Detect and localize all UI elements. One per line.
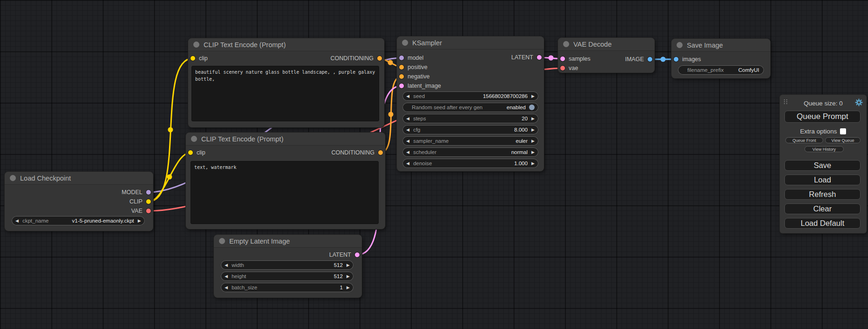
port-dot-vae[interactable] [146,209,151,213]
port-dot-clip[interactable] [191,56,195,61]
increment-arrow-icon[interactable]: ▶ [531,91,535,101]
collapse-dot-icon[interactable] [677,42,683,48]
comfyui-canvas[interactable]: { "colors": { "MODEL": "#B39DDB", "CLIP"… [0,0,868,329]
collapse-dot-icon[interactable] [191,136,197,142]
queue-front-button[interactable]: Queue Front [785,137,823,143]
negative-prompt-textarea[interactable]: text, watermark [191,161,379,224]
input-port-clip[interactable]: clip [191,55,208,62]
collapse-dot-icon[interactable] [219,238,225,244]
increment-arrow-icon[interactable]: ▶ [531,136,535,146]
load-default-button[interactable]: Load Default [784,218,861,229]
output-port-vae[interactable]: VAE [131,208,151,214]
node-title-bar[interactable]: Load Checkpoint [5,172,153,185]
input-port-images[interactable]: images [674,56,701,63]
increment-arrow-icon[interactable]: ▶ [531,159,535,168]
refresh-button[interactable]: Refresh [784,189,861,200]
increment-arrow-icon[interactable]: ▶ [531,114,535,123]
width-widget[interactable]: ◀ width 512 ▶ [221,260,353,270]
input-port-vae[interactable]: vae [560,65,578,71]
input-port-samples[interactable]: samples [560,56,591,62]
decrement-arrow-icon[interactable]: ◀ [15,216,19,225]
node-clip-text-encode-positive[interactable]: CLIP Text Encode (Prompt) clip CONDITION… [188,38,384,127]
gear-icon[interactable] [855,98,863,106]
port-dot-conditioning[interactable] [378,150,383,155]
port-dot-conditioning[interactable] [377,56,382,61]
output-port-clip[interactable]: CLIP [129,198,151,205]
input-port-latent-image[interactable]: latent_image [399,83,441,89]
decrement-arrow-icon[interactable]: ◀ [406,125,409,134]
output-port-conditioning[interactable]: CONDITIONING [331,55,382,62]
increment-arrow-icon[interactable]: ▶ [138,216,141,225]
sampler-name-widget[interactable]: ◀ sampler_name euler ▶ [402,136,538,146]
collapse-dot-icon[interactable] [563,41,569,47]
toggle-dot-icon[interactable] [529,105,535,110]
batch-size-widget[interactable]: ◀ batch_size 1 ▶ [221,283,353,292]
random-seed-widget[interactable]: Random seed after every gen enabled [402,103,538,112]
node-title-bar[interactable]: CLIP Text Encode (Prompt) [186,133,385,146]
save-button[interactable]: Save [784,160,861,171]
increment-arrow-icon[interactable]: ▶ [346,272,350,281]
increment-arrow-icon[interactable]: ▶ [346,260,350,270]
node-save-image[interactable]: Save Image images filename_prefix ComfyU… [671,39,770,78]
extra-options-checkbox[interactable] [840,128,846,134]
node-title-bar[interactable]: Save Image [671,39,770,52]
clear-button[interactable]: Clear [784,203,861,214]
cfg-widget[interactable]: ◀ cfg 8.000 ▶ [402,125,538,134]
node-title-bar[interactable]: KSampler [397,36,544,49]
collapse-dot-icon[interactable] [402,40,408,46]
output-port-conditioning[interactable]: CONDITIONING [332,149,383,156]
view-queue-button[interactable]: View Queue [825,137,861,143]
node-load-checkpoint[interactable]: Load Checkpoint MODEL CLIP VAE ◀ ckpt_na… [5,172,153,231]
decrement-arrow-icon[interactable]: ◀ [225,283,228,292]
output-port-image[interactable]: IMAGE [625,56,652,63]
node-empty-latent-image[interactable]: Empty Latent Image LATENT ◀ width 512 ▶ … [214,235,362,298]
input-port-clip[interactable]: clip [188,149,205,156]
port-dot-latent[interactable] [537,55,542,60]
port-dot-latent-image[interactable] [399,84,404,88]
positive-prompt-textarea[interactable]: beautiful scenery nature glass bottle la… [191,66,379,121]
steps-widget[interactable]: ◀ steps 20 ▶ [402,114,538,123]
node-ksampler[interactable]: KSampler model positive negative latent_… [397,36,544,171]
port-dot-image[interactable] [648,57,652,62]
port-dot-images[interactable] [674,57,678,62]
node-title-bar[interactable]: VAE Decode [558,38,655,51]
load-button[interactable]: Load [784,175,861,185]
collapse-dot-icon[interactable] [10,175,16,181]
port-dot-positive[interactable] [399,65,404,70]
input-port-negative[interactable]: negative [399,73,430,80]
scheduler-widget[interactable]: ◀ scheduler normal ▶ [402,147,538,157]
height-widget[interactable]: ◀ height 512 ▶ [221,272,353,281]
output-port-model[interactable]: MODEL [122,189,151,196]
input-port-model[interactable]: model [399,55,423,61]
queue-prompt-button[interactable]: Queue Prompt [784,111,861,123]
filename-prefix-widget[interactable]: filename_prefix ComfyUI [678,65,764,75]
denoise-widget[interactable]: ◀ denoise 1.000 ▶ [402,159,538,168]
increment-arrow-icon[interactable]: ▶ [346,283,350,292]
collapse-dot-icon[interactable] [193,42,199,48]
node-vae-decode[interactable]: VAE Decode samples vae IMAGE [558,38,655,73]
node-title-bar[interactable]: Empty Latent Image [214,235,362,248]
port-dot-clip[interactable] [146,199,151,204]
seed-widget[interactable]: ◀ seed 156680208700286 ▶ [402,91,538,101]
port-dot-samples[interactable] [560,56,565,61]
decrement-arrow-icon[interactable]: ◀ [406,147,409,157]
decrement-arrow-icon[interactable]: ◀ [406,91,409,101]
decrement-arrow-icon[interactable]: ◀ [225,272,228,281]
port-dot-model[interactable] [399,56,404,60]
decrement-arrow-icon[interactable]: ◀ [406,136,409,146]
port-dot-vae[interactable] [560,66,565,70]
output-port-latent[interactable]: LATENT [329,252,360,258]
output-port-latent[interactable]: LATENT [511,54,542,61]
ckpt-name-widget[interactable]: ◀ ckpt_name v1-5-pruned-emaonly.ckpt ▶ [12,216,145,225]
port-dot-latent[interactable] [355,252,360,257]
view-history-button[interactable]: View History [804,146,844,152]
node-title-bar[interactable]: CLIP Text Encode (Prompt) [188,38,384,51]
port-dot-model[interactable] [146,190,151,195]
decrement-arrow-icon[interactable]: ◀ [406,114,409,123]
port-dot-negative[interactable] [399,74,404,79]
node-clip-text-encode-negative[interactable]: CLIP Text Encode (Prompt) clip CONDITION… [186,133,385,229]
increment-arrow-icon[interactable]: ▶ [531,125,535,134]
input-port-positive[interactable]: positive [399,64,427,70]
port-dot-clip[interactable] [188,150,193,155]
increment-arrow-icon[interactable]: ▶ [531,147,535,157]
